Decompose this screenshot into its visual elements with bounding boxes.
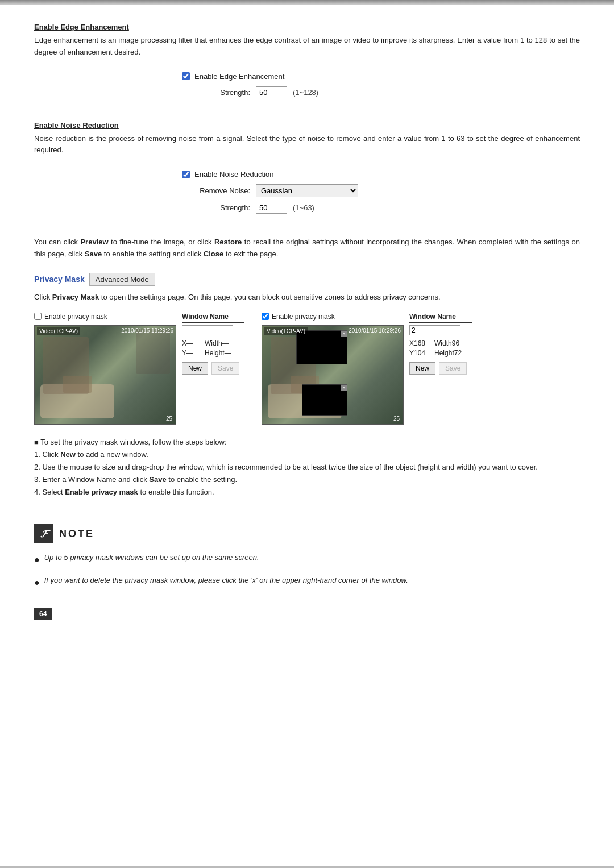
left-camera-view: Video(TCP-AV) 2010/01/15 18:29:26 25 xyxy=(34,325,176,425)
noise-strength-input[interactable] xyxy=(256,202,287,214)
advanced-mode-badge: Advanced Mode xyxy=(89,273,155,286)
right-save-button: Save xyxy=(439,362,467,375)
left-height-label: Height— xyxy=(205,349,231,357)
privacy-heading-row: Privacy Mask Advanced Mode xyxy=(34,273,580,286)
left-enable-mask-checkbox[interactable] xyxy=(34,313,42,320)
left-enable-mask-row[interactable]: Enable privacy mask xyxy=(34,313,176,321)
right-camera-label: Video(TCP-AV) xyxy=(264,327,308,335)
right-enable-mask-checkbox[interactable] xyxy=(262,313,269,320)
edge-enhancement-desc: Edge enhancement is an image processing … xyxy=(34,35,580,59)
left-x-label: X— xyxy=(182,339,193,347)
note-1-text: Up to 5 privacy mask windows can be set … xyxy=(44,551,259,564)
edge-enhancement-checkbox[interactable] xyxy=(182,72,190,80)
noise-remove-label: Remove Noise: xyxy=(193,186,250,195)
right-enable-mask-label: Enable privacy mask xyxy=(272,313,335,321)
right-x-value: X168 xyxy=(409,339,425,347)
left-camera-counter: 25 xyxy=(166,416,172,422)
edge-enhancement-checkbox-row[interactable]: Enable Edge Enhancement xyxy=(182,72,432,81)
left-coords-row: X— Y— Width— Height— xyxy=(182,339,244,359)
note-2-text: If you want to delete the privacy mask w… xyxy=(44,574,408,587)
note-icon: 𝓕 xyxy=(34,524,53,543)
left-window-name-input[interactable] xyxy=(182,325,233,335)
noise-reduction-checkbox-row[interactable]: Enable Noise Reduction xyxy=(182,170,432,178)
step-3: 3. Enter a Window Name and click Save to… xyxy=(34,474,580,486)
right-side-panel: Window Name X168 Y104 Width96 Height72 xyxy=(409,313,472,375)
right-window-name-title: Window Name xyxy=(409,313,472,323)
noise-reduction-checkbox-label: Enable Noise Reduction xyxy=(194,170,273,178)
right-height-value: Height72 xyxy=(434,349,462,357)
right-btn-row: New Save xyxy=(409,362,472,375)
right-y-value: Y104 xyxy=(409,349,425,357)
privacy-desc: Click Privacy Mask to open the settings … xyxy=(34,292,580,304)
privacy-mask-link[interactable]: Privacy Mask xyxy=(34,275,85,284)
left-enable-mask-label: Enable privacy mask xyxy=(44,313,107,321)
edge-enhancement-section: Enable Edge Enhancement Edge enhancement… xyxy=(34,23,580,109)
left-btn-row: New Save xyxy=(182,362,244,375)
left-width-label: Width— xyxy=(205,339,231,347)
right-enable-mask-row[interactable]: Enable privacy mask xyxy=(262,313,404,321)
screenshots-row: Enable privacy mask Video(TCP-AV) 2010/0… xyxy=(34,313,580,425)
left-side-panel: Window Name X— Y— Width— Height— New xyxy=(182,313,244,375)
left-wall-element xyxy=(43,337,89,394)
note-header: 𝓕 NOTE xyxy=(34,524,580,543)
noise-remove-select[interactable]: Gaussian 2D LMS xyxy=(256,184,358,197)
note-section: 𝓕 NOTE ● Up to 5 privacy mask windows ca… xyxy=(34,516,580,590)
note-title: NOTE xyxy=(59,528,94,540)
noise-strength-range: (1~63) xyxy=(293,203,314,212)
edge-strength-row: Strength: (1~128) xyxy=(193,86,432,98)
right-width-value: Width96 xyxy=(434,339,462,347)
page-number: 64 xyxy=(34,608,52,620)
edge-strength-label: Strength: xyxy=(193,88,250,97)
noise-reduction-section: Enable Noise Reduction Noise reduction i… xyxy=(34,121,580,225)
privacy-mask-section: Privacy Mask Advanced Mode Click Privacy… xyxy=(34,273,580,499)
right-camera-inner: × × xyxy=(262,326,403,424)
right-camera-counter: 25 xyxy=(393,416,400,422)
note-2-bullet: ● xyxy=(34,575,40,590)
left-window-name-title: Window Name xyxy=(182,313,244,323)
note-2: ● If you want to delete the privacy mask… xyxy=(34,574,580,590)
edge-strength-range: (1~128) xyxy=(293,88,318,97)
edge-enhancement-checkbox-label: Enable Edge Enhancement xyxy=(194,72,284,81)
noise-reduction-desc: Noise reduction is the process of removi… xyxy=(34,133,580,157)
right-camera-timestamp: 2010/01/15 18:29:26 xyxy=(349,327,401,334)
step-4: 4. Select Enable privacy mask to enable … xyxy=(34,486,580,499)
right-screenshot-panel: Enable privacy mask × xyxy=(262,313,472,425)
right-window-name-input[interactable] xyxy=(409,325,460,335)
noise-strength-row: Strength: (1~63) xyxy=(193,202,432,214)
right-mask-1-close[interactable]: × xyxy=(341,330,347,337)
right-coords-row: X168 Y104 Width96 Height72 xyxy=(409,339,472,359)
edge-enhancement-form: Enable Edge Enhancement Strength: (1~128… xyxy=(171,67,443,109)
noise-strength-label: Strength: xyxy=(193,203,250,212)
note-1: ● Up to 5 privacy mask windows can be se… xyxy=(34,551,580,567)
bottom-bar xyxy=(0,866,614,868)
right-mask-2-close[interactable]: × xyxy=(341,384,347,391)
right-mask-1: × xyxy=(296,330,347,364)
noise-remove-row: Remove Noise: Gaussian 2D LMS xyxy=(193,184,432,197)
preview-text: You can click Preview to fine-tune the i… xyxy=(34,236,580,260)
edge-enhancement-title: Enable Edge Enhancement xyxy=(34,23,580,31)
right-mask-2: × xyxy=(302,384,347,416)
steps-intro: ■ To set the privacy mask windows, follo… xyxy=(34,436,580,448)
left-new-button[interactable]: New xyxy=(182,362,208,375)
right-new-button[interactable]: New xyxy=(409,362,435,375)
note-1-bullet: ● xyxy=(34,552,40,567)
noise-reduction-form: Enable Noise Reduction Remove Noise: Gau… xyxy=(171,164,443,224)
right-camera-view: × × Video(TCP-AV) 2010/01/15 18:29:26 25 xyxy=(262,325,404,425)
noise-reduction-title: Enable Noise Reduction xyxy=(34,121,580,130)
step-1: 1. Click New to add a new window. xyxy=(34,448,580,461)
step-2: 2. Use the mouse to size and drag-drop t… xyxy=(34,461,580,474)
left-window xyxy=(136,329,170,374)
left-camera-inner xyxy=(35,326,176,424)
left-screenshot-panel: Enable privacy mask Video(TCP-AV) 2010/0… xyxy=(34,313,244,425)
steps-list: ■ To set the privacy mask windows, follo… xyxy=(34,436,580,499)
left-camera-timestamp: 2010/01/15 18:29:26 xyxy=(121,327,173,334)
left-y-label: Y— xyxy=(182,349,193,357)
left-save-button: Save xyxy=(211,362,239,375)
left-camera-label: Video(TCP-AV) xyxy=(37,327,80,335)
noise-reduction-checkbox[interactable] xyxy=(182,171,190,178)
edge-strength-input[interactable] xyxy=(256,86,287,98)
